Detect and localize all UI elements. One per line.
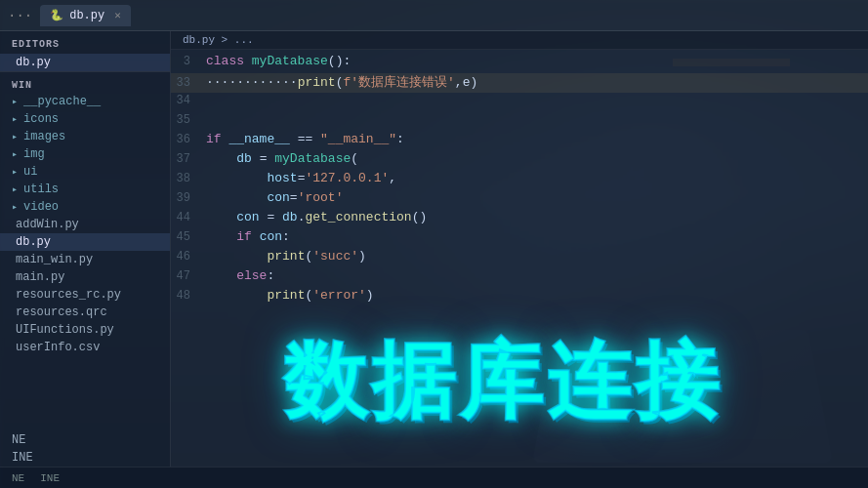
line-content: print('succ')	[206, 249, 868, 264]
tab-db-py[interactable]: 🐍 db.py ✕	[40, 5, 131, 26]
line-content: class myDatabase():	[206, 54, 868, 68]
code-line-34: 34	[171, 93, 868, 112]
breadcrumb: db.py > ...	[171, 31, 868, 50]
editors-section-title: EDITORS	[0, 31, 170, 54]
tab-bar: ··· 🐍 db.py ✕	[0, 0, 868, 31]
code-line-37: 37 db = myDatabase(	[171, 151, 868, 171]
line-content: if __name__ == "__main__":	[206, 132, 868, 146]
sidebar-file-db-py[interactable]: db.py	[0, 233, 170, 251]
line-number: 36	[171, 133, 206, 146]
code-line-47: 47 else:	[171, 268, 868, 288]
line-number: 33	[171, 76, 206, 90]
sidebar-folder-video[interactable]: video	[0, 198, 170, 216]
sidebar-file-userinfo[interactable]: userInfo.csv	[0, 339, 170, 356]
line-number: 44	[171, 211, 206, 224]
line-content: if con:	[206, 229, 868, 244]
line-number: 3	[171, 55, 206, 68]
code-line-33: 33············print(f'数据库连接错误',e)	[171, 73, 868, 93]
line-content: host='127.0.0.1',	[206, 171, 868, 185]
win-section-title: WIN	[0, 71, 170, 93]
line-number: 34	[171, 94, 206, 107]
tab-label: db.py	[69, 9, 104, 22]
line-content: else:	[206, 268, 868, 283]
sidebar-folder-images[interactable]: images	[0, 128, 170, 145]
sidebar-file-resources-rc[interactable]: resources_rc.py	[0, 286, 170, 304]
sidebar-folder-ui[interactable]: ui	[0, 163, 170, 181]
code-line-35: 35	[171, 112, 868, 132]
line-number: 46	[171, 250, 206, 264]
line-number: 47	[171, 269, 206, 283]
sidebar-folder-pycache[interactable]: __pycache__	[0, 93, 170, 110]
line-number: 39	[171, 191, 206, 205]
sidebar-file-main-win[interactable]: main_win.py	[0, 251, 170, 268]
tab-close-button[interactable]: ✕	[114, 9, 121, 21]
status-ine: INE	[40, 472, 60, 484]
line-number: 35	[171, 113, 206, 127]
sidebar: EDITORS db.py WIN __pycache__ icons imag…	[0, 31, 171, 467]
line-number: 48	[171, 289, 206, 303]
line-content: con = db.get_connection()	[206, 210, 868, 224]
sidebar-item-db-py[interactable]: db.py	[0, 54, 170, 71]
sidebar-folder-utils[interactable]: utils	[0, 181, 170, 198]
ide-container: ··· 🐍 db.py ✕ EDITORS db.py WIN __pycach…	[0, 0, 868, 488]
status-bar: NE INE	[0, 467, 868, 488]
content-area: EDITORS db.py WIN __pycache__ icons imag…	[0, 31, 868, 467]
code-line-39: 39 con='root'	[171, 190, 868, 210]
sidebar-folder-icons[interactable]: icons	[0, 110, 170, 128]
sidebar-bottom-ine: INE	[0, 449, 170, 467]
code-line-36: 36if __name__ == "__main__":	[171, 132, 868, 151]
sidebar-bottom-ne: NE	[0, 431, 170, 449]
line-content	[206, 112, 868, 127]
status-ne: NE	[12, 472, 24, 484]
code-line-44: 44 con = db.get_connection()	[171, 210, 868, 229]
line-content	[206, 93, 868, 107]
line-content: db = myDatabase(	[206, 151, 868, 166]
code-line-48: 48 print('error')	[171, 288, 868, 307]
python-file-icon: 🐍	[50, 9, 63, 21]
tab-overflow-dots[interactable]: ···	[8, 8, 32, 23]
code-line-38: 38 host='127.0.0.1',	[171, 171, 868, 190]
code-editor[interactable]: 3class myDatabase():33············print(…	[171, 50, 868, 467]
sidebar-file-resources-qrc[interactable]: resources.qrc	[0, 304, 170, 321]
line-content: ············print(f'数据库连接错误',e)	[206, 73, 868, 91]
sidebar-file-addwin[interactable]: addWin.py	[0, 216, 170, 233]
line-number: 38	[171, 172, 206, 185]
code-line-46: 46 print('succ')	[171, 249, 868, 268]
sidebar-folder-img[interactable]: img	[0, 145, 170, 163]
code-line-3: 3class myDatabase():	[171, 54, 868, 73]
line-content: print('error')	[206, 288, 868, 303]
line-number: 37	[171, 152, 206, 166]
sidebar-file-main[interactable]: main.py	[0, 268, 170, 286]
line-content: con='root'	[206, 190, 868, 205]
sidebar-file-uifunctions[interactable]: UIFunctions.py	[0, 321, 170, 339]
line-number: 45	[171, 230, 206, 244]
editor-area: db.py > ... 3class myDatabase():33······…	[171, 31, 868, 467]
code-line-45: 45 if con:	[171, 229, 868, 249]
